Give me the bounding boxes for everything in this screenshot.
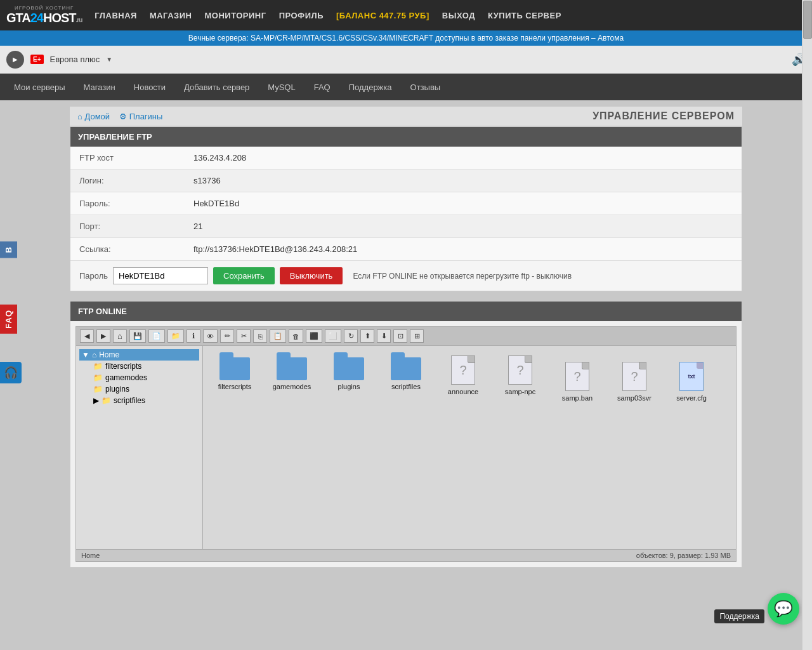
fm-btn-copy[interactable]: ⎘ bbox=[253, 329, 267, 343]
subnav-shop[interactable]: Магазин bbox=[76, 77, 123, 97]
sidebar-faq-button[interactable]: FAQ bbox=[0, 305, 17, 334]
logo: ИГРОВОЙ ХОСТИНГ GTA24HOST.ru bbox=[6, 5, 82, 25]
subnav-add-server[interactable]: Добавить сервер bbox=[176, 77, 257, 97]
nav-logout[interactable]: ВЫХОД bbox=[442, 11, 475, 20]
fm-btn-window[interactable]: ⊡ bbox=[393, 329, 407, 343]
scrollbar-thumb[interactable] bbox=[803, 1, 812, 39]
sidebar-support-button[interactable]: 🎧 bbox=[0, 362, 22, 383]
scrollbar[interactable] bbox=[802, 0, 812, 577]
fm-file-name-scriptfiles: scriptfiles bbox=[391, 383, 421, 390]
fm-btn-download[interactable]: ⬇ bbox=[377, 329, 391, 343]
fm-btn-delete[interactable]: 🗑 bbox=[289, 329, 303, 343]
radio-play-button[interactable] bbox=[6, 51, 24, 69]
fm-statusbar-path: Home bbox=[81, 552, 100, 559]
subnav-support[interactable]: Поддержка bbox=[341, 77, 400, 97]
subnav-my-servers[interactable]: Мои серверы bbox=[6, 77, 73, 97]
ftp-info-table: FTP хост 136.243.4.208 Логин: s13736 Пар… bbox=[70, 147, 742, 260]
nav-profile[interactable]: ПРОФИЛЬ bbox=[279, 11, 324, 20]
fm-file-shape-server-cfg: txt bbox=[679, 362, 704, 391]
fm-btn-refresh[interactable]: ↻ bbox=[344, 329, 358, 343]
fm-btn-home[interactable]: ⌂ bbox=[113, 329, 127, 343]
fm-tree-root-label: Home bbox=[99, 350, 119, 359]
fm-file-question-announce: ? bbox=[459, 363, 466, 378]
nav-monitoring[interactable]: МОНИТОРИНГ bbox=[204, 11, 266, 20]
fm-tree-plugins-label: plugins bbox=[105, 385, 129, 394]
fm-tree-arrow-root: ▼ bbox=[82, 350, 89, 359]
nav-shop[interactable]: МАГАЗИН bbox=[150, 11, 192, 20]
fm-btn-back[interactable]: ◀ bbox=[80, 329, 94, 343]
fm-file-img-server-cfg: txt bbox=[679, 361, 704, 392]
fm-tree-root[interactable]: ▼ ⌂ Home bbox=[79, 349, 199, 361]
fm-file-plugins[interactable]: plugins bbox=[324, 352, 374, 404]
fm-arrow-collapsed: ▶ bbox=[93, 396, 99, 405]
subnav-faq[interactable]: FAQ bbox=[306, 77, 338, 97]
fm-btn-upload[interactable]: ⬆ bbox=[360, 329, 374, 343]
breadcrumb-home[interactable]: Домой bbox=[77, 112, 110, 121]
ftp-controls: Пароль Сохранить Выключить Если FTP ONLI… bbox=[70, 260, 742, 291]
fm-folder-icon-2: 📁 bbox=[93, 373, 103, 382]
fm-tree-plugins[interactable]: 📁 plugins bbox=[91, 383, 199, 395]
fm-btn-new-file[interactable]: 📄 bbox=[148, 329, 165, 343]
ftp-password-value: HekDTE1Bd bbox=[185, 192, 742, 215]
radio-logo: Е+ bbox=[30, 55, 44, 64]
fm-file-name-samp03svr: samp03svr bbox=[617, 394, 652, 402]
nav-buy-server[interactable]: КУПИТЬ СЕРВЕР bbox=[488, 11, 561, 20]
fm-file-announce[interactable]: ? announce bbox=[438, 352, 488, 404]
fm-btn-edit[interactable]: ✏ bbox=[220, 329, 234, 343]
subnav-mysql[interactable]: MySQL bbox=[260, 77, 303, 97]
radio-station-name: Европа плюс bbox=[50, 55, 100, 64]
fm-btn-split[interactable]: ⊞ bbox=[410, 329, 424, 343]
fm-file-server-cfg[interactable]: txt server.cfg bbox=[666, 359, 717, 404]
fm-folder-shape bbox=[219, 357, 250, 380]
fm-file-scriptfiles[interactable]: scriptfiles bbox=[381, 352, 431, 404]
fm-tree-gamemodes[interactable]: 📁 gamemodes bbox=[91, 372, 199, 383]
subnav-news[interactable]: Новости bbox=[126, 77, 173, 97]
fm-btn-new-folder[interactable]: 📁 bbox=[167, 329, 184, 343]
radio-dropdown-arrow[interactable]: ▼ bbox=[106, 56, 112, 63]
sub-navigation: Мои серверы Магазин Новости Добавить сер… bbox=[0, 74, 812, 100]
fm-file-name-samp-npc: samp-npc bbox=[505, 388, 535, 395]
fm-file-gamemodes[interactable]: gamemodes bbox=[266, 352, 317, 404]
ftp-off-button[interactable]: Выключить bbox=[280, 267, 343, 284]
ftp-password-input[interactable] bbox=[113, 267, 208, 284]
nav-balance[interactable]: [БАЛАНС 447.75 РУБ] bbox=[336, 11, 429, 20]
subnav-reviews[interactable]: Отзывы bbox=[403, 77, 449, 97]
fm-btn-forward[interactable]: ▶ bbox=[96, 329, 110, 343]
fm-btn-view[interactable]: 👁 bbox=[203, 329, 218, 343]
nav-main[interactable]: ГЛАВНАЯ bbox=[95, 11, 137, 20]
fm-btn-cut[interactable]: ✂ bbox=[237, 329, 251, 343]
breadcrumb-plugins[interactable]: Плагины bbox=[119, 112, 162, 121]
sidebar-vk-button[interactable]: B bbox=[0, 241, 17, 258]
fm-btn-deselect[interactable]: ⬜ bbox=[325, 329, 341, 343]
fm-file-name-gamemodes: gamemodes bbox=[273, 383, 311, 390]
fm-file-name-filterscripts: filterscripts bbox=[218, 383, 252, 390]
fm-folder-icon-4: 📁 bbox=[102, 396, 111, 405]
fm-statusbar: Home объектов: 9, размер: 1.93 MB bbox=[76, 549, 736, 561]
fm-file-samp03svr[interactable]: ? samp03svr bbox=[609, 359, 660, 404]
radio-bar: Е+ Европа плюс ▼ 🔊 bbox=[0, 46, 812, 74]
fm-tree-scriptfiles[interactable]: ▶ 📁 scriptfiles bbox=[91, 395, 199, 406]
fm-file-filterscripts[interactable]: filterscripts bbox=[209, 352, 260, 404]
fm-folder-img-3 bbox=[334, 355, 364, 380]
fm-file-question-samp-ban: ? bbox=[573, 369, 580, 384]
fm-btn-save[interactable]: 💾 bbox=[129, 329, 146, 343]
fm-tree-gamemodes-label: gamemodes bbox=[105, 373, 147, 382]
ftp-host-row: FTP хост 136.243.4.208 bbox=[70, 147, 742, 169]
ftp-save-button[interactable]: Сохранить bbox=[213, 267, 275, 284]
ftp-login-value: s13736 bbox=[185, 169, 742, 192]
fm-btn-select-all[interactable]: ⬛ bbox=[306, 329, 322, 343]
ftp-port-row: Порт: 21 bbox=[70, 215, 742, 238]
fm-tree-filterscripts[interactable]: 📁 filterscripts bbox=[91, 361, 199, 372]
file-manager: ◀ ▶ ⌂ 💾 📄 📁 ℹ 👁 ✏ ✂ ⎘ 📋 🗑 ⬛ ⬜ ↻ ⬆ bbox=[75, 326, 737, 562]
fm-folder-img-2 bbox=[277, 355, 307, 380]
ftp-link-label: Ссылка: bbox=[70, 238, 185, 261]
fm-file-samp-ban[interactable]: ? samp.ban bbox=[552, 359, 603, 404]
fm-file-samp-npc[interactable]: ? samp-npc bbox=[495, 352, 546, 404]
sidebar-support-icon: 🎧 bbox=[4, 366, 18, 379]
ftp-online-body: ◀ ▶ ⌂ 💾 📄 📁 ℹ 👁 ✏ ✂ ⎘ 📋 🗑 ⬛ ⬜ ↻ ⬆ bbox=[70, 321, 742, 567]
fm-btn-info[interactable]: ℹ bbox=[187, 329, 200, 343]
fm-file-img-samp03svr: ? bbox=[622, 361, 647, 392]
ftp-host-value: 136.243.4.208 bbox=[185, 147, 742, 169]
fm-btn-paste[interactable]: 📋 bbox=[270, 329, 286, 343]
fm-folder-icon-3: 📁 bbox=[93, 385, 103, 394]
